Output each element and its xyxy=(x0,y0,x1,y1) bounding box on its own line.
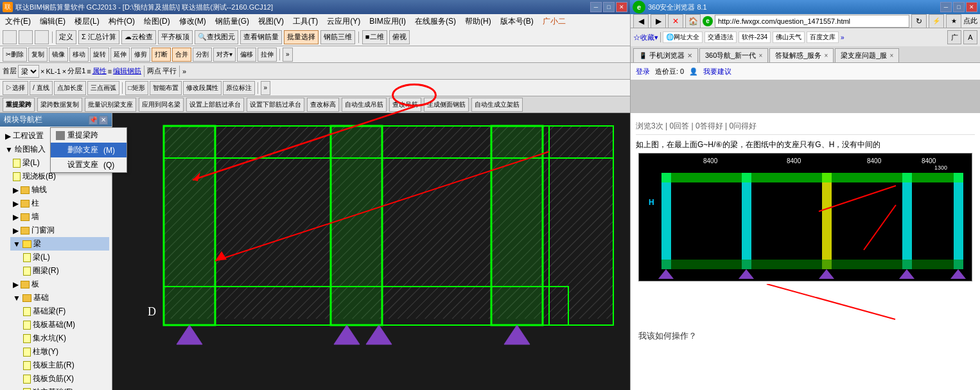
sidebar-pin-icon[interactable]: 📌 xyxy=(89,116,98,125)
menu-tools[interactable]: 工具(T) xyxy=(289,15,322,28)
bookmarks-more[interactable]: » xyxy=(841,34,844,41)
break-button[interactable]: 打断 xyxy=(152,48,171,62)
select-button[interactable]: ▷选择 xyxy=(3,81,28,95)
menu-floor[interactable]: 楼层(L) xyxy=(71,15,103,28)
bookmark-weburl[interactable]: 🌐网址大全 xyxy=(663,31,703,43)
sidebar-item-foundation-folder[interactable]: ▼ 基础 xyxy=(10,291,109,305)
tab-mobile-browser[interactable]: 📱 手机浏览器 ✕ xyxy=(633,48,698,62)
cad-canvas-area[interactable]: D xyxy=(112,113,630,390)
context-menu-delete-support[interactable]: 删除支座 (M) xyxy=(51,143,127,157)
tab-beam[interactable]: 梁支座问题_服 × xyxy=(835,48,899,62)
more-beam-btn[interactable]: » xyxy=(182,67,186,75)
batch-identify-support-button[interactable]: 批量识别梁支座 xyxy=(85,98,136,112)
sidebar-item-column-cap[interactable]: 柱墩(Y) xyxy=(21,345,109,359)
sum-button[interactable]: Σ 汇总计算 xyxy=(78,30,119,44)
tab-360-close[interactable]: × xyxy=(758,52,762,59)
ask-label[interactable]: 我要建议 xyxy=(703,67,731,76)
tab-beam-close[interactable]: × xyxy=(889,52,893,59)
offset-button[interactable]: 偏移 xyxy=(237,48,256,62)
menu-modify[interactable]: 修改(M) xyxy=(175,15,210,28)
menu-online[interactable]: 在线服务(S) xyxy=(411,15,460,28)
align-floor-button[interactable]: 平齐板顶 xyxy=(158,30,193,44)
browser-back-button[interactable]: ◀ xyxy=(633,14,649,28)
more-modify-btn[interactable]: » xyxy=(283,48,293,62)
sidebar-item-beam-folder[interactable]: ▼ 梁 xyxy=(10,237,109,251)
browser-refresh-button[interactable]: ↻ xyxy=(911,14,927,28)
menu-rebar[interactable]: 钢筋量(G) xyxy=(211,15,253,28)
bookmark-software[interactable]: 软件-234 xyxy=(739,31,771,43)
cloud-check-button[interactable]: ☁云检查 xyxy=(121,30,156,44)
browser-close-x-button[interactable]: ✕ xyxy=(668,14,683,28)
delete-button[interactable]: ✂删除 xyxy=(3,48,27,62)
trim-button[interactable]: 修剪 xyxy=(131,48,150,62)
open-button[interactable] xyxy=(19,30,33,44)
menu-bim[interactable]: BIM应用(I) xyxy=(365,15,410,28)
sidebar-item-foundation-beam[interactable]: 基础梁(F) xyxy=(21,305,109,318)
browser-minimize-button[interactable]: ─ xyxy=(940,2,952,12)
menu-file[interactable]: 文件(E) xyxy=(1,15,35,28)
tab-360-nav[interactable]: 360导航_新一代 × xyxy=(699,48,768,62)
sidebar-item-axis[interactable]: ▶ 轴线 xyxy=(10,183,109,197)
bookmark-weather[interactable]: 佛山天气 xyxy=(773,31,805,43)
sidebar-item-raft-main-rebar[interactable]: 筏板主筋(R) xyxy=(21,359,109,372)
define-button[interactable]: 定义 xyxy=(56,30,76,44)
bookmark-baidu-library[interactable]: 百度文库 xyxy=(807,31,839,43)
browser-ext-btn[interactable]: 广 xyxy=(947,30,961,44)
browser-maximize-button[interactable]: □ xyxy=(953,2,965,12)
login-label[interactable]: 登录 xyxy=(636,67,650,76)
minimize-button[interactable]: ─ xyxy=(590,2,602,12)
floor-select[interactable]: 梁 xyxy=(18,65,39,78)
save-button[interactable] xyxy=(35,30,49,44)
bookmark-favorites-icon[interactable]: ☆收藏▾ xyxy=(633,33,658,42)
sidebar-item-opening[interactable]: ▶ 门窗洞 xyxy=(10,224,109,237)
extend-button[interactable]: 延伸 xyxy=(110,48,130,62)
close-button[interactable]: ✕ xyxy=(616,2,627,12)
menu-edit[interactable]: 编辑(E) xyxy=(36,15,69,28)
set-bottom-rebar-button[interactable]: 设置下部筋过承台 xyxy=(247,98,304,112)
menu-view[interactable]: 视图(V) xyxy=(254,15,288,28)
menu-draw[interactable]: 绘图(D) xyxy=(140,15,174,28)
set-top-rebar-button[interactable]: 设置上部筋过承台 xyxy=(186,98,244,112)
line-button[interactable]: / 直线 xyxy=(30,81,53,95)
sidebar-item-isolated-foundation[interactable]: 独立基础(F) xyxy=(21,386,109,390)
more-draw-btn[interactable]: » xyxy=(261,81,271,95)
merge-button[interactable]: 合并 xyxy=(172,48,191,62)
menu-user[interactable]: 广小二 xyxy=(539,15,570,28)
view-rebar-button[interactable]: 查看钢筋量 xyxy=(240,30,282,44)
top-view-button[interactable]: 俯视 xyxy=(389,30,410,44)
edit-rebar-label[interactable]: 编辑钢筋 xyxy=(113,66,141,76)
bookmark-traffic[interactable]: 交通违法 xyxy=(704,31,737,43)
auto-hanger-button[interactable]: 自动生成吊筋 xyxy=(342,98,387,112)
browser-go-button[interactable]: ⚡ xyxy=(929,14,944,28)
sidebar-item-column[interactable]: ▶ 柱 xyxy=(10,197,109,210)
sidebar-item-wall[interactable]: ▶ 墙 xyxy=(10,210,109,224)
browser-home-button[interactable]: 🏠 xyxy=(685,14,701,28)
move-button[interactable]: 移动 xyxy=(69,48,89,62)
align-button[interactable]: 对齐▾ xyxy=(213,48,236,62)
check-elevation-button[interactable]: 查改标高 xyxy=(307,98,339,112)
check-hanger-button[interactable]: 查改吊筋 xyxy=(389,98,421,112)
rebar-3d-button[interactable]: 钢筋三维 xyxy=(320,30,355,44)
sidebar-item-slab-folder[interactable]: ▶ 板 xyxy=(10,278,109,291)
tab-mobile-close[interactable]: ✕ xyxy=(687,52,692,59)
copy-span-data-button[interactable]: 梁跨数据复制 xyxy=(37,98,82,112)
sidebar-item-beam-l[interactable]: 梁(L) xyxy=(21,251,109,264)
point-length-button[interactable]: 点加长度 xyxy=(54,81,86,95)
browser-forward-button[interactable]: ▶ xyxy=(651,14,666,28)
sidebar-item-sump[interactable]: 集水坑(K) xyxy=(21,332,109,345)
gen-side-rebar-button[interactable]: 生成侧面钢筋 xyxy=(424,98,469,112)
browser-content-area[interactable]: 浏览3次 | 0回答 | 0答得好 | 0问得好 如上图，在最上面G~H/⑥的梁… xyxy=(631,113,980,390)
menu-component[interactable]: 构件(O) xyxy=(105,15,139,28)
menu-help[interactable]: 帮助(H) xyxy=(461,15,495,28)
sidebar-item-raft[interactable]: 筏板基础(M) xyxy=(21,318,109,332)
2d-button[interactable]: ■二维 xyxy=(362,30,387,44)
arc-button[interactable]: 三点画弧 xyxy=(87,81,119,95)
browser-favorites-button[interactable]: ★ xyxy=(946,14,961,28)
rect-button[interactable]: □矩形 xyxy=(125,81,148,95)
context-menu-re-extract[interactable]: 重提梁跨 xyxy=(51,128,127,143)
new-button[interactable] xyxy=(3,30,17,44)
sidebar-item-ring-beam[interactable]: 圈梁(R) xyxy=(21,264,109,278)
modify-seg-button[interactable]: 修改段属性 xyxy=(183,81,222,95)
tab-qa[interactable]: 答疑解惑_服务 × xyxy=(769,48,834,62)
in-situ-label-button[interactable]: 原位标注 xyxy=(223,81,255,95)
